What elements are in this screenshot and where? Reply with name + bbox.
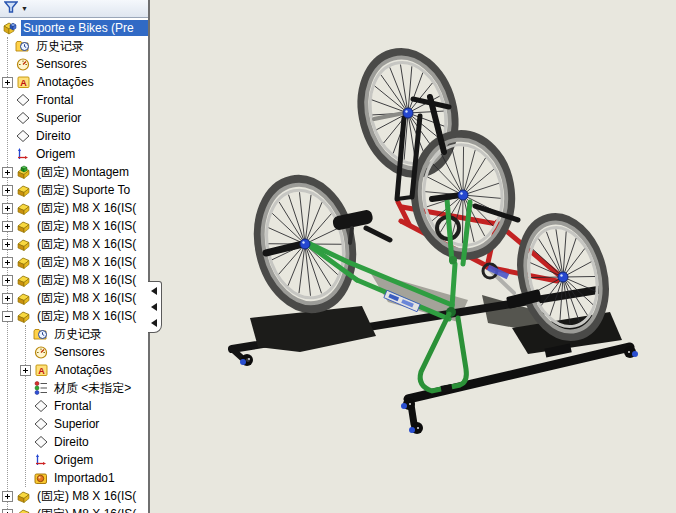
plane-icon [15,128,31,144]
feature-tree: Suporte e Bikes (Pre历史记录SensoresAAnotaçõ… [0,19,148,513]
annotations-icon: A [34,362,50,378]
tree-item[interactable]: (固定) M8 X 16(IS( [0,235,148,253]
tree-item-label: (固定) M8 X 16(IS( [35,253,138,271]
tree-item-label: Importado1 [52,470,117,486]
tree-item[interactable]: Sensores [0,55,148,73]
assembly-icon [2,20,18,36]
tree-item-label: (固定) M8 X 16(IS( [35,307,138,325]
tree-item[interactable]: (固定) M8 X 16(IS( [0,253,148,271]
tree-item[interactable]: 材质 <未指定> [0,379,148,397]
part-icon [16,218,32,234]
filter-dropdown-arrow[interactable]: ▼ [21,5,28,12]
collapse-left-arrow[interactable] [151,303,157,311]
tree-item[interactable]: (固定) Montagem [0,163,148,181]
feature-manager-panel: ▼ Suporte e Bikes (Pre历史记录SensoresAAnota… [0,0,150,513]
tree-item-label: (固定) M8 X 16(IS( [35,289,138,307]
imported-icon [33,470,49,486]
filter-funnel-icon [4,0,18,18]
hub-highlight [405,110,407,112]
origin-icon [15,146,31,162]
tree-item-label: Anotações [35,74,96,90]
tree-item[interactable]: Superior [0,109,148,127]
tree-item[interactable]: (固定) M8 X 16(IS( [0,289,148,307]
plane-icon [33,398,49,414]
tree-item[interactable]: AAnotações [0,361,148,379]
tree-item[interactable]: 历史记录 [0,325,148,343]
expand-plus-box[interactable] [2,275,13,286]
tree-item-label: 历史记录 [52,325,104,343]
tree-item[interactable]: (固定) Suporte To [0,181,148,199]
tree-item[interactable]: AAnotações [0,73,148,91]
collapse-minus-box[interactable] [2,311,13,322]
tree-item[interactable]: Suporte e Bikes (Pre [0,19,148,37]
tree-item[interactable]: Direito [0,433,148,451]
plane-icon [15,92,31,108]
expand-plus-box[interactable] [2,77,13,88]
tree-item[interactable]: Origem [0,145,148,163]
wheel-top-hub[interactable] [403,108,413,118]
expand-plus-box[interactable] [2,491,13,502]
collapse-left-arrow[interactable] [151,287,157,295]
wheel-bottom-right-hub[interactable] [558,272,568,282]
tree-item-label: Direito [52,434,91,450]
plane-icon [15,110,31,126]
hub-highlight [460,192,462,194]
tree-item-label: 历史记录 [34,37,86,55]
tree-item[interactable]: Superior [0,415,148,433]
svg-text:A: A [20,78,27,88]
part-icon [16,236,32,252]
tree-item-label: Sensores [34,56,89,72]
tree-item[interactable]: Frontal [0,91,148,109]
part-icon [16,488,32,504]
expand-plus-box[interactable] [2,185,13,196]
expand-plus-box[interactable] [20,365,31,376]
tree-item[interactable]: (固定) M8 X 16(IS( [0,307,148,325]
tree-item[interactable]: Sensores [0,343,148,361]
origin-icon [33,452,49,468]
tree-item[interactable]: (固定) M8 X 16(IS( [0,199,148,217]
tree-item[interactable]: 历史记录 [0,37,148,55]
part-icon [16,506,32,513]
expand-plus-box[interactable] [2,239,13,250]
sensors-icon [33,344,49,360]
history-icon [33,326,49,342]
part-icon [16,290,32,306]
tree-item[interactable]: (固定) M8 X 16(IS( [0,505,148,513]
wheel-right-middle-hub[interactable] [458,190,468,200]
tree-item-label: (固定) M8 X 16(IS( [35,505,138,513]
tree-item[interactable]: Importado1 [0,469,148,487]
expand-plus-box[interactable] [2,257,13,268]
history-icon [15,38,31,54]
part-icon [16,272,32,288]
part-icon [16,182,32,198]
hub-highlight [560,274,562,276]
collapse-left-arrow[interactable] [151,319,157,327]
tree-item[interactable]: Direito [0,127,148,145]
tree-item-label: Sensores [52,344,107,360]
expand-plus-box[interactable] [2,203,13,214]
tree-item-label: Anotações [53,362,114,378]
tree-item[interactable]: Frontal [0,397,148,415]
panel-flyout-tab[interactable] [148,281,162,333]
expand-plus-box[interactable] [2,509,13,513]
expand-plus-box[interactable] [2,293,13,304]
filter-button[interactable]: ▼ [4,0,28,18]
material-icon [33,380,49,396]
tree-item-label: Superior [34,110,83,126]
tree-item-label: Superior [52,416,101,432]
tree-item-label: (固定) M8 X 16(IS( [35,487,138,505]
tree-item-label: Direito [34,128,73,144]
wheel-left-hub[interactable] [300,239,310,249]
annotations-icon: A [16,74,32,90]
tree-item[interactable]: (固定) M8 X 16(IS( [0,217,148,235]
tree-item-label: Origem [52,452,95,468]
tree-item[interactable]: (固定) M8 X 16(IS( [0,271,148,289]
tree-item-label: (固定) Montagem [35,163,131,181]
hub-highlight [302,241,304,243]
expand-plus-box[interactable] [2,221,13,232]
tree-item[interactable]: (固定) M8 X 16(IS( [0,487,148,505]
viewport-3d[interactable] [150,0,676,513]
tree-item[interactable]: Origem [0,451,148,469]
green-bike-kickstand[interactable] [420,314,466,393]
expand-plus-box[interactable] [2,167,13,178]
